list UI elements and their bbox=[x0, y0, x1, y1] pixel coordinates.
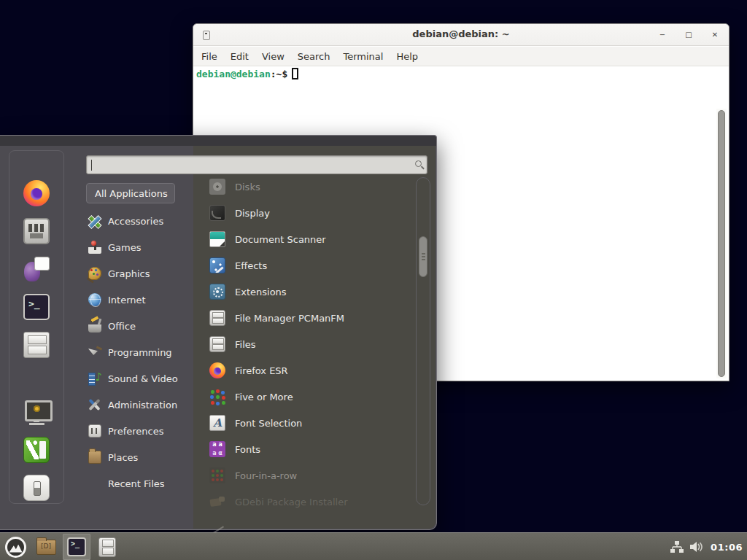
app-files[interactable]: Files bbox=[198, 331, 414, 357]
app-display[interactable]: Display bbox=[198, 200, 414, 226]
files-icon bbox=[209, 336, 225, 352]
app-document-scanner[interactable]: Document Scanner bbox=[198, 226, 414, 252]
favorite-terminal[interactable] bbox=[22, 294, 51, 320]
administration-icon bbox=[88, 398, 101, 411]
app-extensions[interactable]: Extensions bbox=[198, 279, 414, 305]
category-graphics[interactable]: Graphics bbox=[86, 260, 196, 287]
category-label: Programming bbox=[108, 347, 172, 358]
firefox-icon bbox=[23, 180, 50, 206]
category-recent-files[interactable]: Recent Files bbox=[86, 470, 196, 497]
logout-button[interactable] bbox=[22, 437, 51, 463]
favorites-column bbox=[9, 180, 63, 358]
font-selection-icon bbox=[209, 415, 225, 431]
app-effects[interactable]: Effects bbox=[198, 252, 414, 279]
all-applications-button[interactable]: All Applications bbox=[86, 183, 175, 203]
app-gdebi-package-installer[interactable]: GDebi Package Installer bbox=[198, 489, 414, 515]
app-label: Effects bbox=[235, 260, 267, 271]
clock[interactable]: 01:06 bbox=[711, 542, 743, 553]
prompt-suffix: :~$ bbox=[271, 69, 287, 79]
desktop: { "desktop": { "watermark": "debian" }, … bbox=[0, 0, 747, 560]
app-five-or-more[interactable]: Five or More bbox=[198, 384, 414, 410]
terminal-menu-help[interactable]: Help bbox=[390, 48, 425, 65]
system-tray: 01:06 bbox=[670, 533, 743, 560]
effects-icon bbox=[209, 257, 225, 273]
category-places[interactable]: Places bbox=[86, 444, 196, 470]
category-label: Office bbox=[108, 321, 136, 332]
network-icon[interactable] bbox=[670, 541, 684, 553]
taskbar: 01:06 bbox=[0, 532, 747, 560]
menu-button[interactable] bbox=[1, 534, 29, 560]
terminal-title: debian@debian: ~ bbox=[193, 28, 729, 39]
category-label: Recent Files bbox=[108, 478, 165, 489]
terminal-titlebar[interactable]: debian@debian: ~ −□✕ bbox=[193, 24, 729, 46]
categories-column: All Applications AccessoriesGamesGraphic… bbox=[86, 183, 196, 497]
favorite-firefox[interactable] bbox=[22, 180, 51, 206]
search-input[interactable] bbox=[86, 155, 427, 174]
app-fonts[interactable]: Fonts bbox=[198, 436, 414, 462]
firefox-icon bbox=[209, 362, 225, 378]
category-sound-video[interactable]: Sound & Video bbox=[86, 365, 196, 392]
category-label: Graphics bbox=[108, 268, 150, 279]
menu-scrollbar[interactable] bbox=[416, 177, 430, 505]
app-disks[interactable]: Disks bbox=[198, 174, 414, 200]
app-label: Document Scanner bbox=[235, 234, 326, 245]
app-label: Font Selection bbox=[235, 418, 302, 429]
applications-menu: All Applications AccessoriesGamesGraphic… bbox=[0, 135, 437, 530]
category-label: Games bbox=[108, 242, 141, 253]
shutdown-button[interactable] bbox=[22, 475, 51, 501]
category-preferences[interactable]: Preferences bbox=[86, 418, 196, 444]
files-launcher[interactable] bbox=[93, 534, 121, 560]
accessories-icon bbox=[88, 214, 101, 228]
category-games[interactable]: Games bbox=[86, 234, 196, 260]
terminal-menu-terminal[interactable]: Terminal bbox=[336, 48, 390, 65]
file-cabinet-icon bbox=[98, 537, 116, 557]
category-programming[interactable]: Programming bbox=[86, 339, 196, 365]
app-four-in-a-row[interactable]: Four-in-a-row bbox=[198, 462, 414, 489]
category-office[interactable]: Office bbox=[86, 313, 196, 339]
minimize-button[interactable]: − bbox=[657, 30, 667, 40]
four-in-a-row-icon bbox=[209, 467, 225, 483]
terminal-scrollbar[interactable] bbox=[716, 109, 727, 378]
volume-icon[interactable] bbox=[690, 541, 704, 553]
internet-icon bbox=[88, 293, 101, 306]
lock-screen-button[interactable] bbox=[22, 399, 51, 425]
app-file-manager-pcmanfm[interactable]: File Manager PCManFM bbox=[198, 305, 414, 331]
close-button[interactable]: ✕ bbox=[710, 30, 720, 40]
app-label: Extensions bbox=[235, 287, 287, 298]
terminal-task-button[interactable] bbox=[63, 534, 90, 560]
app-label: Five or More bbox=[235, 392, 293, 402]
session-column bbox=[9, 399, 63, 501]
terminal-scrollbar-thumb[interactable] bbox=[718, 110, 725, 377]
file-manager-launcher[interactable] bbox=[32, 534, 60, 560]
file-manager-icon bbox=[209, 310, 225, 326]
category-administration[interactable]: Administration bbox=[86, 392, 196, 418]
favorite-file-cabinet[interactable] bbox=[22, 332, 51, 358]
category-label: Places bbox=[108, 452, 138, 463]
graphics-icon bbox=[88, 267, 101, 280]
category-accessories[interactable]: Accessories bbox=[86, 208, 196, 234]
category-label: Accessories bbox=[108, 216, 163, 227]
terminal-menu-file[interactable]: File bbox=[195, 48, 224, 65]
terminal-menu-search[interactable]: Search bbox=[291, 48, 337, 65]
maximize-button[interactable]: □ bbox=[684, 30, 694, 40]
favorite-pidgin[interactable] bbox=[22, 256, 51, 282]
app-label: Files bbox=[235, 339, 256, 350]
search-icon bbox=[415, 160, 422, 167]
office-icon bbox=[88, 319, 101, 332]
terminal-cursor bbox=[292, 68, 298, 79]
category-list: AccessoriesGamesGraphicsInternetOfficePr… bbox=[86, 208, 196, 497]
terminal-icon bbox=[67, 537, 86, 556]
menu-scrollbar-thumb[interactable] bbox=[419, 236, 427, 277]
terminal-menu-view[interactable]: View bbox=[255, 48, 291, 65]
app-font-selection[interactable]: Font Selection bbox=[198, 410, 414, 436]
app-firefox-esr[interactable]: Firefox ESR bbox=[198, 357, 414, 384]
category-internet[interactable]: Internet bbox=[86, 287, 196, 313]
app-label: GDebi Package Installer bbox=[235, 497, 348, 508]
prompt-user: debian@debian bbox=[196, 69, 271, 79]
favorite-packages[interactable] bbox=[22, 218, 51, 244]
sound-video-icon bbox=[88, 372, 101, 385]
terminal-icon bbox=[23, 294, 50, 320]
terminal-menu-edit[interactable]: Edit bbox=[224, 48, 255, 65]
favorites-panel bbox=[9, 150, 64, 504]
app-label: Display bbox=[235, 208, 270, 219]
